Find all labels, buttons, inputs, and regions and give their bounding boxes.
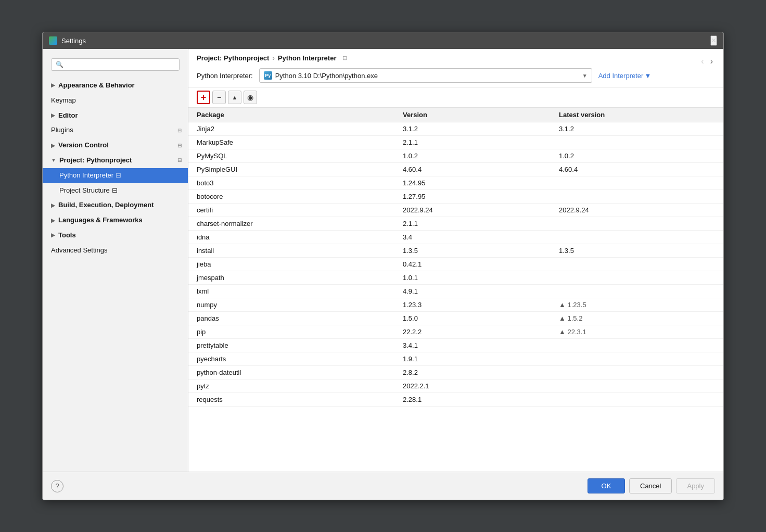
nav-back-button[interactable]: ‹	[699, 56, 706, 67]
cancel-button[interactable]: Cancel	[629, 478, 672, 493]
sidebar-item-label: Languages & Frameworks	[58, 215, 143, 226]
table-row[interactable]: MarkupSafe 2.1.1	[188, 136, 723, 149]
table-row[interactable]: install 1.3.5 1.3.5	[188, 244, 723, 258]
sidebar-item-build[interactable]: ▶ Build, Execution, Deployment	[43, 198, 188, 213]
cell-package: pandas	[197, 314, 403, 322]
cell-latest: 1.0.2	[559, 152, 715, 160]
sidebar-item-tools[interactable]: ▶ Tools	[43, 228, 188, 243]
main-header: Project: Pythonproject › Python Interpre…	[188, 49, 723, 87]
breadcrumb-separator: ›	[272, 54, 274, 62]
cell-package: install	[197, 247, 403, 255]
close-button[interactable]: ×	[710, 35, 717, 46]
dialog-title: Settings	[61, 37, 86, 45]
sidebar-item-label: Python Interpreter	[59, 170, 113, 181]
cell-latest	[559, 369, 715, 376]
table-row[interactable]: Jinja2 3.1.2 3.1.2	[188, 122, 723, 136]
cell-latest: ▲ 1.5.2	[559, 314, 715, 322]
sidebar-item-project-structure[interactable]: Project Structure ⊟	[43, 183, 188, 198]
ext-icon: ⊟	[177, 126, 182, 135]
remove-package-button[interactable]: −	[212, 91, 226, 104]
sidebar-item-label: Appearance & Behavior	[58, 80, 135, 91]
sidebar-item-label: Tools	[58, 230, 76, 241]
settings-dialog: Settings × ▶ Appearance & Behavior Keyma…	[42, 32, 724, 500]
cell-latest	[559, 260, 715, 268]
table-row[interactable]: boto3 1.24.95	[188, 176, 723, 190]
ext-icon: ⊟	[177, 156, 182, 164]
sidebar-item-python-interpreter[interactable]: Python Interpreter ⊟	[43, 168, 188, 183]
collapse-arrow: ▼	[51, 156, 56, 164]
sidebar-item-editor[interactable]: ▶ Editor	[43, 108, 188, 123]
ok-button[interactable]: OK	[588, 478, 625, 493]
table-row[interactable]: jieba 0.42.1	[188, 258, 723, 271]
table-row[interactable]: python-dateutil 2.8.2	[188, 366, 723, 379]
cell-version: 2022.2.1	[403, 382, 559, 390]
cell-version: 2.1.1	[403, 220, 559, 227]
breadcrumb-page: Python Interpreter	[278, 54, 337, 62]
sidebar-item-languages[interactable]: ▶ Languages & Frameworks	[43, 213, 188, 228]
add-interpreter-arrow-icon: ▼	[644, 72, 651, 80]
table-row[interactable]: certifi 2022.9.24 2022.9.24	[188, 204, 723, 217]
cell-version: 3.4	[403, 233, 559, 241]
col-latest: Latest version	[559, 111, 715, 119]
table-row[interactable]: pandas 1.5.0 ▲ 1.5.2	[188, 312, 723, 325]
cell-latest	[559, 382, 715, 390]
col-package: Package	[197, 111, 403, 119]
cell-latest	[559, 220, 715, 227]
help-button[interactable]: ?	[51, 480, 63, 492]
dialog-footer: ? OK Cancel Apply	[43, 472, 723, 500]
table-row[interactable]: pyecharts 1.9.1	[188, 352, 723, 366]
table-row[interactable]: pip 22.2.2 ▲ 22.3.1	[188, 325, 723, 339]
add-interpreter-button[interactable]: Add Interpreter ▼	[598, 72, 652, 80]
ext-icon: ⊟	[116, 170, 121, 181]
table-row[interactable]: botocore 1.27.95	[188, 190, 723, 204]
table-row[interactable]: idna 3.4	[188, 231, 723, 244]
cell-latest	[559, 341, 715, 349]
cell-latest	[559, 287, 715, 295]
table-row[interactable]: charset-normalizer 2.1.1	[188, 217, 723, 231]
sidebar-item-keymap[interactable]: Keymap	[43, 93, 188, 108]
table-row[interactable]: requests 2.28.1	[188, 393, 723, 407]
interpreter-select[interactable]: Py Python 3.10 D:\Python\python.exe ▼	[259, 68, 592, 83]
cell-version: 1.23.3	[403, 301, 559, 309]
sidebar-item-appearance[interactable]: ▶ Appearance & Behavior	[43, 78, 188, 93]
cell-version: 0.42.1	[403, 260, 559, 268]
cell-latest	[559, 193, 715, 200]
dialog-body: ▶ Appearance & Behavior Keymap ▶ Editor …	[43, 49, 723, 472]
pin-icon[interactable]: ⊟	[342, 55, 347, 61]
cell-latest: ▲ 1.23.5	[559, 301, 715, 309]
table-row[interactable]: numpy 1.23.3 ▲ 1.23.5	[188, 298, 723, 312]
table-row[interactable]: PyMySQL 1.0.2 1.0.2	[188, 149, 723, 163]
title-bar: Settings ×	[43, 32, 723, 49]
ext-icon: ⊟	[177, 142, 182, 150]
cell-version: 2.8.2	[403, 369, 559, 376]
cell-latest	[559, 179, 715, 187]
table-row[interactable]: PySimpleGUI 4.60.4 4.60.4	[188, 163, 723, 176]
cell-latest: ▲ 22.3.1	[559, 328, 715, 336]
search-bar	[47, 55, 184, 74]
cell-latest	[559, 274, 715, 282]
cell-version: 2.1.1	[403, 138, 559, 146]
cell-version: 1.5.0	[403, 314, 559, 322]
breadcrumb: Project: Pythonproject › Python Interpre…	[197, 54, 347, 62]
show-details-button[interactable]: ◉	[244, 91, 257, 104]
cell-version: 1.3.5	[403, 247, 559, 255]
upgrade-package-button[interactable]: ▲	[228, 91, 241, 104]
sidebar-item-project[interactable]: ▼ Project: Pythonproject ⊟	[43, 153, 188, 168]
sidebar-item-version-control[interactable]: ▶ Version Control ⊟	[43, 138, 188, 153]
table-row[interactable]: jmespath 1.0.1	[188, 271, 723, 285]
sidebar: ▶ Appearance & Behavior Keymap ▶ Editor …	[43, 49, 188, 472]
cell-package: pyecharts	[197, 355, 403, 363]
table-row[interactable]: lxml 4.9.1	[188, 285, 723, 298]
apply-button[interactable]: Apply	[676, 478, 715, 493]
collapse-arrow: ▶	[51, 81, 55, 90]
table-row[interactable]: pytz 2022.2.1	[188, 379, 723, 393]
add-package-button[interactable]: +	[197, 91, 210, 104]
sidebar-item-plugins[interactable]: Plugins ⊟	[43, 123, 188, 138]
cell-version: 1.27.95	[403, 193, 559, 200]
nav-forward-button[interactable]: ›	[708, 56, 715, 67]
sidebar-item-advanced[interactable]: Advanced Settings	[43, 243, 188, 258]
package-table: Package Version Latest version Jinja2 3.…	[188, 108, 723, 472]
table-row[interactable]: prettytable 3.4.1	[188, 339, 723, 352]
sidebar-item-label: Project: Pythonproject	[59, 155, 132, 166]
search-input[interactable]	[51, 58, 180, 71]
